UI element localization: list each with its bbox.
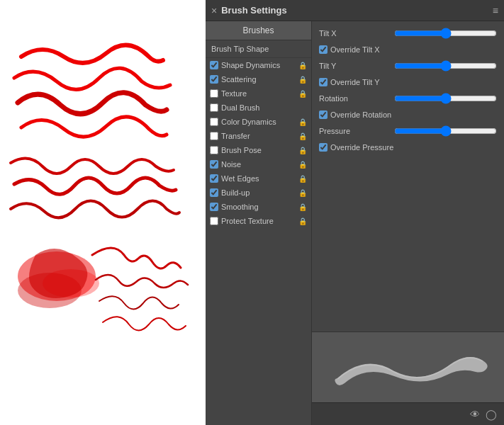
build-up-checkbox[interactable]	[210, 188, 218, 197]
panel-content: Brushes Brush Tip Shape Shape Dynamics 🔒…	[206, 21, 504, 425]
close-button[interactable]: ×	[211, 5, 217, 16]
right-panel-inner: Tilt X Override Tilt X Tilt Y Override T…	[312, 21, 504, 332]
noise-label: Noise	[221, 160, 296, 169]
override-pressure-label: Override Pressure	[330, 143, 393, 152]
brush-item-color-dynamics[interactable]: Color Dynamics 🔒	[206, 115, 311, 129]
new-brush-icon[interactable]: ◯	[486, 409, 497, 420]
rotation-slider[interactable]	[394, 92, 497, 105]
dual-brush-checkbox[interactable]	[210, 103, 218, 112]
bottom-bar: 👁 ◯	[312, 402, 504, 425]
override-tilt-x-checkbox[interactable]	[319, 45, 327, 54]
shape-dynamics-label: Shape Dynamics	[221, 61, 296, 69]
scattering-label: Scattering	[221, 75, 296, 84]
scattering-checkbox[interactable]	[210, 75, 218, 84]
lock-icon-color-dynamics: 🔒	[298, 118, 307, 126]
dual-brush-label: Dual Brush	[221, 103, 307, 112]
brushes-tab[interactable]: Brushes	[206, 21, 311, 40]
override-rotation-row: Override Rotation	[319, 110, 497, 119]
transfer-label: Transfer	[221, 132, 296, 140]
smoothing-checkbox[interactable]	[210, 203, 218, 211]
pressure-label: Pressure	[319, 127, 390, 135]
brush-settings-panel: × Brush Settings ≡ Brushes Brush Tip Sha…	[206, 0, 504, 425]
title-bar: × Brush Settings ≡	[206, 0, 504, 21]
lock-icon-brush-pose: 🔒	[298, 147, 307, 154]
texture-checkbox[interactable]	[210, 89, 218, 98]
transfer-checkbox[interactable]	[210, 132, 218, 140]
tilt-y-slider[interactable]	[394, 60, 497, 72]
brush-item-transfer[interactable]: Transfer 🔒	[206, 129, 311, 143]
override-pressure-checkbox[interactable]	[319, 143, 327, 152]
brush-list-panel: Brushes Brush Tip Shape Shape Dynamics 🔒…	[206, 21, 312, 425]
lock-icon-build-up: 🔒	[298, 189, 307, 197]
rotation-label: Rotation	[319, 94, 390, 103]
panel-title: Brush Settings	[221, 5, 286, 16]
shape-dynamics-checkbox[interactable]	[210, 61, 218, 69]
lock-icon-smoothing: 🔒	[298, 203, 307, 211]
tilt-y-row: Tilt Y	[319, 60, 497, 72]
eye-icon[interactable]: 👁	[470, 409, 480, 420]
brush-tip-shape[interactable]: Brush Tip Shape	[206, 40, 311, 58]
brush-pose-checkbox[interactable]	[210, 146, 218, 154]
wet-edges-checkbox[interactable]	[210, 174, 218, 183]
lock-icon-transfer: 🔒	[298, 132, 307, 140]
override-tilt-y-label: Override Tilt Y	[330, 78, 380, 86]
lock-icon-shape-dynamics: 🔒	[298, 62, 307, 69]
override-tilt-y-checkbox[interactable]	[319, 78, 327, 86]
lock-icon-texture: 🔒	[298, 90, 307, 98]
pressure-slider[interactable]	[394, 125, 497, 137]
build-up-label: Build-up	[221, 188, 296, 197]
brush-preview-svg	[323, 339, 493, 396]
brush-pose-label: Brush Pose	[221, 146, 296, 154]
override-tilt-x-row: Override Tilt X	[319, 45, 497, 54]
override-tilt-x-label: Override Tilt X	[330, 45, 380, 54]
panel-menu-icon[interactable]: ≡	[493, 5, 498, 16]
wet-edges-label: Wet Edges	[221, 174, 296, 183]
rotation-row: Rotation	[319, 92, 497, 105]
override-rotation-label: Override Rotation	[330, 110, 391, 119]
brush-item-smoothing[interactable]: Smoothing 🔒	[206, 200, 311, 214]
brush-right-panel: Tilt X Override Tilt X Tilt Y Override T…	[312, 21, 504, 425]
lock-icon-scattering: 🔒	[298, 76, 307, 84]
brush-item-shape-dynamics[interactable]: Shape Dynamics 🔒	[206, 58, 311, 72]
tilt-y-label: Tilt Y	[319, 62, 390, 70]
color-dynamics-label: Color Dynamics	[221, 118, 296, 126]
protect-texture-checkbox[interactable]	[210, 217, 218, 225]
brush-preview	[312, 332, 504, 402]
brush-item-protect-texture[interactable]: Protect Texture 🔒	[206, 214, 311, 228]
noise-checkbox[interactable]	[210, 160, 218, 169]
lock-icon-protect-texture: 🔒	[298, 217, 307, 225]
tilt-x-row: Tilt X	[319, 27, 497, 40]
override-tilt-y-row: Override Tilt Y	[319, 78, 497, 86]
override-pressure-row: Override Pressure	[319, 143, 497, 152]
title-bar-left: × Brush Settings	[211, 5, 287, 16]
texture-label: Texture	[221, 89, 296, 98]
brush-item-build-up[interactable]: Build-up 🔒	[206, 186, 311, 200]
color-dynamics-checkbox[interactable]	[210, 118, 218, 126]
brush-item-brush-pose[interactable]: Brush Pose 🔒	[206, 143, 311, 157]
lock-icon-wet-edges: 🔒	[298, 175, 307, 183]
tilt-x-slider[interactable]	[394, 27, 497, 40]
pressure-row: Pressure	[319, 125, 497, 137]
lock-icon-noise: 🔒	[298, 161, 307, 169]
smoothing-label: Smoothing	[221, 203, 296, 211]
brush-strokes	[0, 0, 206, 425]
brush-item-wet-edges[interactable]: Wet Edges 🔒	[206, 171, 311, 186]
tilt-x-label: Tilt X	[319, 29, 390, 38]
brush-item-scattering[interactable]: Scattering 🔒	[206, 72, 311, 86]
canvas-area[interactable]	[0, 0, 206, 425]
brush-item-texture[interactable]: Texture 🔒	[206, 86, 311, 101]
override-rotation-checkbox[interactable]	[319, 110, 327, 119]
protect-texture-label: Protect Texture	[221, 217, 296, 225]
brush-item-noise[interactable]: Noise 🔒	[206, 157, 311, 171]
brush-item-dual-brush[interactable]: Dual Brush	[206, 101, 311, 115]
